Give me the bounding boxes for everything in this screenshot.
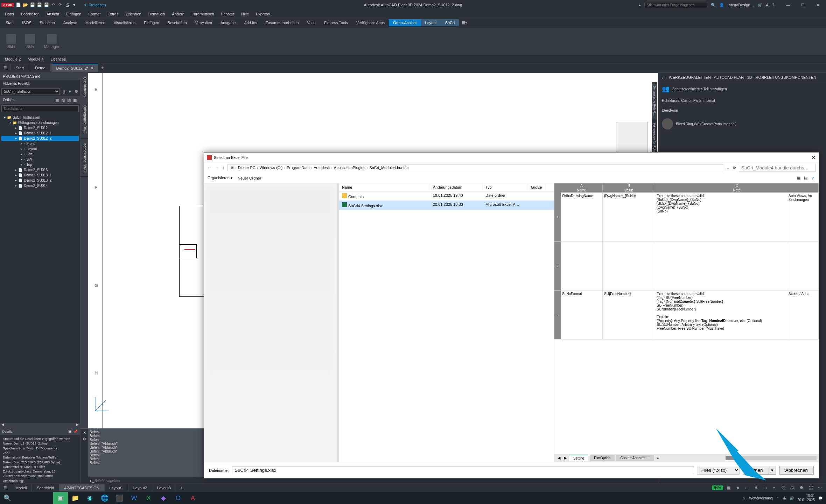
status-ws-icon[interactable]: ⚙ — [798, 484, 805, 491]
ribbon-tab-zusammenarbeiten[interactable]: Zusammenarbeiten — [261, 19, 303, 26]
tree-item-left[interactable]: ▸▫Left — [1, 152, 79, 157]
crumb-4[interactable]: ApplicationPlugins — [334, 166, 365, 170]
organize-button[interactable]: Organisieren ▾ — [208, 176, 233, 180]
tree-item-orthogonale-zeichnungen[interactable]: ▸📁Orthogonale Zeichnungen — [1, 120, 79, 125]
status-tab-modell[interactable]: Modell — [10, 484, 32, 491]
mod-tab-module-4[interactable]: Module 4 — [24, 56, 47, 62]
nav-up-icon[interactable]: ↑ — [222, 165, 225, 170]
help-icon[interactable]: ? — [772, 3, 774, 7]
help-search-input[interactable] — [644, 2, 707, 8]
undo-icon[interactable]: ↶ — [50, 2, 56, 8]
ribbon-tab-ausgabe[interactable]: Ausgabe — [216, 19, 240, 26]
status-menu-icon[interactable]: ☰ — [3, 485, 8, 490]
nav-fwd-icon[interactable]: → — [215, 165, 219, 170]
ribbon-btn-manager-2[interactable]: Manager — [41, 33, 62, 50]
menu-format[interactable]: Format — [85, 10, 104, 18]
xl-row-3[interactable]: 3SuNoFormatSU{FreeNumber}Example these n… — [554, 290, 819, 340]
xl-prev-icon[interactable]: ◀ — [556, 456, 561, 461]
tree-scroll-right-icon[interactable]: ▶ — [76, 423, 79, 428]
tree-item-demo2-su013[interactable]: ▸📄Demo2_SU013 — [1, 167, 79, 173]
status-full-icon[interactable]: ⛶ — [807, 484, 814, 491]
col-größe[interactable]: Größe — [528, 183, 546, 191]
tree-item-demo2-su012[interactable]: ▸📄Demo2_SU012 — [1, 125, 79, 131]
status-tab-a2-integadesign[interactable]: A2-INTEGADESIGN — [59, 484, 104, 491]
status-osnap-icon[interactable]: □ — [762, 484, 769, 491]
xl-tab-setting[interactable]: Setting — [569, 455, 588, 461]
open-button[interactable]: Öffnen — [743, 466, 769, 475]
status-tab-layout3[interactable]: Layout3 — [152, 484, 176, 491]
menu-ansicht[interactable]: Ansicht — [43, 10, 63, 18]
saveas-icon[interactable]: 💾 — [36, 2, 42, 8]
status-tab-layout2[interactable]: Layout2 — [128, 484, 152, 491]
open-dropdown-button[interactable]: ▾ — [769, 466, 776, 475]
save-icon[interactable]: 💾 — [29, 2, 35, 8]
ribbon-tab-vault[interactable]: Vault — [303, 19, 320, 26]
search-caret-icon[interactable]: ▸ — [639, 3, 641, 7]
tree-scroll-left-icon[interactable]: ◀ — [1, 423, 4, 428]
minimize-button[interactable]: — — [781, 1, 795, 9]
filename-input[interactable] — [232, 466, 694, 474]
search-icon[interactable]: 🔍 — [711, 3, 716, 7]
tray-net-icon[interactable]: 🖧 — [783, 496, 786, 500]
ribbon-tab-verfügbare-apps[interactable]: Verfügbare Apps — [352, 19, 389, 26]
ortho-icon1[interactable]: ▦ — [55, 98, 59, 103]
xl-col-c[interactable]: C — [655, 183, 819, 188]
ribbon-tab-modellieren[interactable]: Modellieren — [81, 19, 110, 26]
status-more-icon[interactable]: ⋯ — [816, 484, 823, 491]
dialog-close-button[interactable]: ✕ — [812, 155, 816, 160]
mod-tab-module-2[interactable]: Module 2 — [1, 56, 24, 62]
user-icon[interactable]: 👤 — [719, 3, 724, 7]
tree-item-front[interactable]: ▸▫Front — [1, 141, 79, 146]
status-polar-icon[interactable]: ✻ — [752, 484, 760, 491]
clock-date[interactable]: 20.01.2025 — [797, 498, 815, 502]
print-project-icon[interactable]: 🖨 — [61, 89, 66, 94]
dialog-nav-tree[interactable] — [204, 183, 337, 462]
menu-einfügen[interactable]: Einfügen — [63, 10, 85, 18]
ribbon-tab-visualisieren[interactable]: Visualisieren — [110, 19, 140, 26]
xl-col-a[interactable]: A — [561, 183, 603, 188]
file-row[interactable]: SuCri4 Settings.xlsx20.01.2025 10:30Micr… — [339, 201, 554, 210]
col-name[interactable]: Name — [339, 183, 430, 191]
outlook-icon[interactable]: O — [171, 492, 186, 504]
nav-back-icon[interactable]: ← — [207, 165, 212, 170]
add-layout-button[interactable]: + — [179, 485, 184, 490]
filetype-select[interactable]: Files (*.xlsx) — [698, 466, 740, 475]
dialog-search-input[interactable] — [739, 164, 816, 172]
col-typ[interactable]: Typ — [483, 183, 528, 191]
print-icon[interactable]: 🖨 — [64, 2, 70, 8]
side-tab-orthogonale-dwg[interactable]: Orthogonale DWG — [80, 101, 88, 139]
xl-hscroll[interactable] — [726, 456, 817, 460]
weather-warning-icon[interactable]: ⚠ — [742, 496, 746, 500]
status-tab-schriftfeld[interactable]: Schriftfeld — [32, 484, 59, 491]
chrome-icon[interactable]: 🌐 — [97, 492, 112, 504]
save2-icon[interactable]: 💾 — [43, 2, 49, 8]
zoom-badge[interactable]: 94% — [712, 485, 723, 490]
user-label[interactable]: IntegaDesign… — [728, 3, 754, 7]
status-anno-icon[interactable]: Ⓐ — [780, 484, 787, 491]
ribbon-tab-ortho-ansicht[interactable]: Ortho-Ansicht — [389, 19, 421, 26]
status-lwt-icon[interactable]: ≡ — [771, 484, 778, 491]
tree-item-sw[interactable]: ▸▫SW — [1, 157, 79, 162]
xl-row-1[interactable]: 1OrthoDrawingName{DwgName}_{SuNo}Example… — [554, 192, 819, 241]
view-icons-icon[interactable]: ▦ — [796, 176, 801, 181]
file-nav-demo[interactable]: Demo — [30, 64, 50, 71]
ribbon-tab-express-tools[interactable]: Express Tools — [320, 19, 352, 26]
crumb-3[interactable]: Autodesk — [314, 166, 330, 170]
ortho-icon4[interactable]: ▩ — [72, 98, 77, 103]
details-collapse-icon[interactable]: ▣ — [67, 429, 72, 434]
file-row[interactable]: Contents19.01.2025 19:40Dateiordner — [339, 191, 554, 201]
font-icon[interactable]: A — [766, 3, 769, 7]
acad-icon[interactable]: A — [186, 492, 200, 504]
word-icon[interactable]: W — [127, 492, 141, 504]
menu-bemaßen[interactable]: Bemaßen — [145, 10, 169, 18]
chevron-down-icon[interactable]: ▾ — [71, 2, 77, 8]
edge-icon[interactable]: ◉ — [83, 492, 97, 504]
palette-item-bleedring[interactable]: Bleed Ring,WF (CustomParts Imperial) — [658, 115, 826, 133]
menu-fenster[interactable]: Fenster — [218, 10, 238, 18]
tree-search-input[interactable] — [1, 105, 79, 112]
tree-item-top[interactable]: ▸▫Top — [1, 162, 79, 167]
tray-up-icon[interactable]: ⌃ — [776, 496, 779, 500]
tray-vol-icon[interactable]: 🔊 — [790, 496, 794, 500]
ribbon-tab-analyse[interactable]: Analyse — [59, 19, 81, 26]
file-nav-start[interactable]: Start — [10, 64, 29, 71]
